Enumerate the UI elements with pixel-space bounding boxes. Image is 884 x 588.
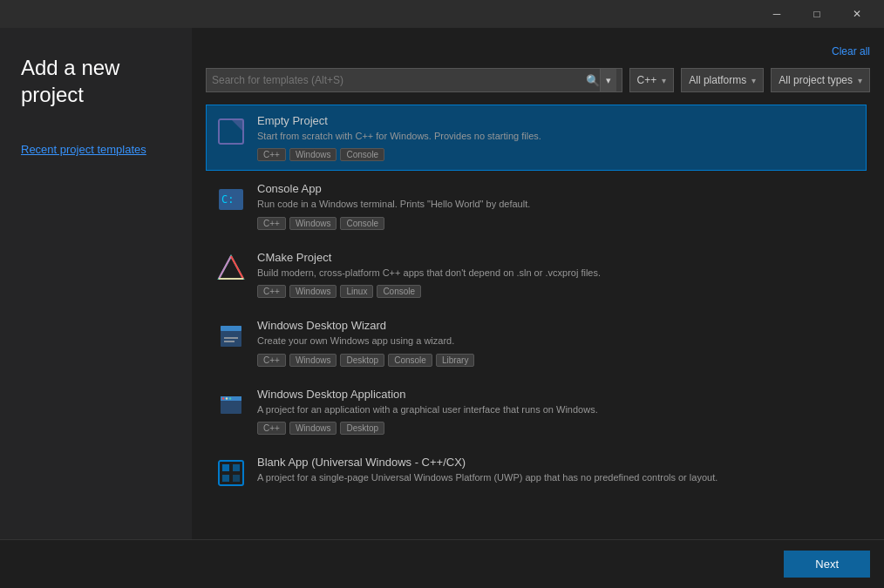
template-icon-console: C: xyxy=(215,184,247,215)
template-item[interactable]: Empty ProjectStart from scratch with C++… xyxy=(206,105,867,171)
restore-button[interactable]: □ xyxy=(797,0,837,28)
sidebar: Add a new project Recent project templat… xyxy=(0,28,192,539)
tag: C++ xyxy=(257,422,286,435)
tag: Windows xyxy=(289,354,337,367)
template-description: A project for an application with a grap… xyxy=(257,403,857,416)
svg-rect-9 xyxy=(221,326,241,331)
tag: C++ xyxy=(257,354,286,367)
svg-line-5 xyxy=(219,256,231,279)
svg-rect-21 xyxy=(233,475,240,482)
svg-marker-1 xyxy=(231,119,243,132)
language-filter-arrow: ▾ xyxy=(662,76,666,85)
filters-row: 🔍 ▾ C++ ▾ All platforms ▾ All project ty… xyxy=(206,68,870,92)
template-name: Console App xyxy=(257,182,857,195)
minimize-button[interactable]: ─ xyxy=(757,0,797,28)
tag: Console xyxy=(388,354,432,367)
titlebar: ─ □ ✕ xyxy=(0,0,884,28)
search-input[interactable] xyxy=(212,74,586,86)
tag: Console xyxy=(340,217,384,230)
tag: C++ xyxy=(257,148,286,161)
language-filter[interactable]: C++ ▾ xyxy=(629,68,675,92)
svg-rect-18 xyxy=(222,464,229,471)
tag: Windows xyxy=(289,285,337,298)
template-list: Empty ProjectStart from scratch with C++… xyxy=(206,105,870,539)
content-area: Clear all 🔍 ▾ C++ ▾ All platforms ▾ All … xyxy=(192,28,884,539)
page-title: Add a new project xyxy=(21,54,171,108)
svg-rect-20 xyxy=(222,475,229,482)
template-item[interactable]: CMake ProjectBuild modern, cross-platfor… xyxy=(206,241,867,308)
platform-filter-arrow: ▾ xyxy=(751,76,756,85)
tag: Desktop xyxy=(340,422,384,435)
template-icon-empty xyxy=(215,116,247,147)
tag: C++ xyxy=(257,217,286,230)
template-item[interactable]: C: Console AppRun code in a Windows term… xyxy=(206,172,867,239)
platform-filter-label: All platforms xyxy=(689,74,746,86)
template-icon-blank-uwp xyxy=(215,457,247,489)
next-button[interactable]: Next xyxy=(784,551,870,578)
tag: Console xyxy=(340,148,384,161)
top-bar: Clear all xyxy=(206,45,870,57)
main-container: Add a new project Recent project templat… xyxy=(0,28,884,539)
template-name: Empty Project xyxy=(257,114,857,127)
template-description: A project for a single-page Universal Wi… xyxy=(257,471,857,484)
template-description: Run code in a Windows terminal. Prints "… xyxy=(257,198,857,211)
template-description: Start from scratch with C++ for Windows.… xyxy=(257,130,857,143)
language-filter-label: C++ xyxy=(637,74,657,86)
close-button[interactable]: ✕ xyxy=(837,0,877,28)
svg-rect-19 xyxy=(233,464,240,471)
svg-line-6 xyxy=(231,256,243,279)
template-icon-cmake xyxy=(215,253,247,284)
search-icon: 🔍 xyxy=(586,74,600,87)
template-tags: C++WindowsDesktopConsoleLibrary xyxy=(257,354,857,367)
tag: Windows xyxy=(289,422,337,435)
tag: Desktop xyxy=(340,354,384,367)
template-name: Blank App (Universal Windows - C++/CX) xyxy=(257,456,857,469)
template-tags: C++WindowsConsole xyxy=(257,148,857,161)
template-icon-windesktop-app xyxy=(215,389,247,421)
tag: Console xyxy=(377,285,421,298)
tag: C++ xyxy=(257,285,286,298)
template-name: Windows Desktop Application xyxy=(257,388,857,401)
tag: Library xyxy=(436,354,475,367)
template-tags: C++WindowsDesktop xyxy=(257,422,857,435)
tag: Windows xyxy=(289,148,337,161)
svg-point-16 xyxy=(229,397,231,399)
bottom-bar: Next xyxy=(0,539,884,588)
search-dropdown-button[interactable]: ▾ xyxy=(600,69,616,91)
template-name: CMake Project xyxy=(257,251,857,264)
template-name: Windows Desktop Wizard xyxy=(257,319,857,332)
svg-text:C:: C: xyxy=(221,193,234,206)
template-tags: C++WindowsLinuxConsole xyxy=(257,285,857,298)
project-type-filter[interactable]: All project types ▾ xyxy=(771,68,870,92)
template-item[interactable]: Windows Desktop WizardCreate your own Wi… xyxy=(206,309,867,375)
platform-filter[interactable]: All platforms ▾ xyxy=(681,68,764,92)
search-container: 🔍 ▾ xyxy=(206,68,622,92)
tag: Windows xyxy=(289,217,337,230)
project-type-filter-label: All project types xyxy=(779,74,853,86)
project-type-filter-arrow: ▾ xyxy=(858,76,862,85)
template-item[interactable]: Windows Desktop ApplicationA project for… xyxy=(206,378,867,444)
tag: Linux xyxy=(340,285,373,298)
template-icon-windesktop-wizard xyxy=(215,321,247,352)
template-item[interactable]: Blank App (Universal Windows - C++/CX)A … xyxy=(206,446,867,499)
template-description: Build modern, cross-platform C++ apps th… xyxy=(257,267,857,280)
recent-project-templates-link[interactable]: Recent project templates xyxy=(21,143,171,156)
svg-point-15 xyxy=(226,397,228,399)
template-tags: C++WindowsConsole xyxy=(257,217,857,230)
template-description: Create your own Windows app using a wiza… xyxy=(257,335,857,348)
svg-marker-4 xyxy=(219,256,243,279)
clear-button[interactable]: Clear all xyxy=(832,45,870,57)
svg-point-14 xyxy=(222,397,224,399)
